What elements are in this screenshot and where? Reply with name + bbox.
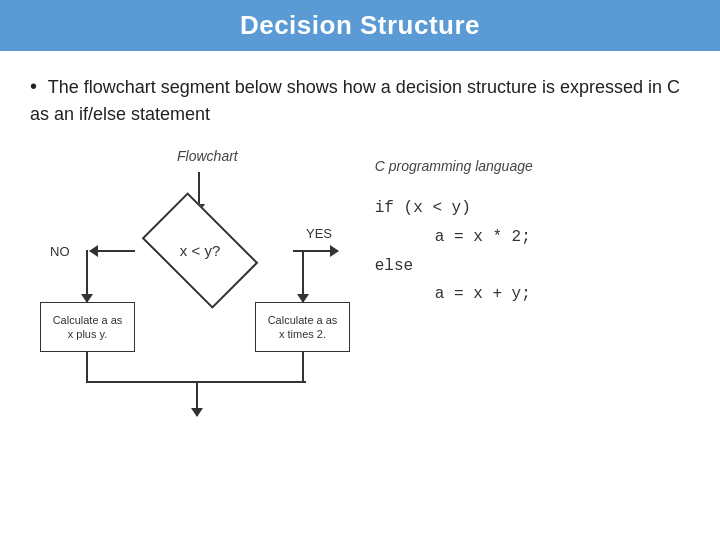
arrow-merge-down: [196, 381, 198, 416]
diamond-wrapper: x < y?: [130, 210, 270, 290]
flowchart-container: Flowchart x < y? NO YES: [40, 148, 375, 452]
bullet-paragraph: • The flowchart segment below shows how …: [30, 71, 690, 128]
page-title: Decision Structure: [240, 10, 480, 40]
code-line-2: a = x * 2;: [375, 223, 680, 252]
bullet-text: The flowchart segment below shows how a …: [30, 77, 680, 124]
diagram-section: Flowchart x < y? NO YES: [30, 148, 690, 452]
flowchart-label: Flowchart: [40, 148, 375, 164]
arrow-box-right-down: [302, 352, 304, 382]
arrow-down-left: [86, 250, 88, 302]
box-right: Calculate a asx times 2.: [255, 302, 350, 352]
box-left-text: Calculate a asx plus y.: [53, 313, 123, 342]
title-bar: Decision Structure: [0, 0, 720, 51]
code-block: if (x < y) a = x * 2; else a = x + y;: [375, 194, 680, 309]
code-label: C programming language: [375, 158, 680, 174]
no-label: NO: [50, 244, 70, 259]
code-line-1: if (x < y): [375, 194, 680, 223]
box-left: Calculate a asx plus y.: [40, 302, 135, 352]
bullet-symbol: •: [30, 75, 37, 97]
flowchart: x < y? NO YES Calculate a asx plus y.: [40, 172, 360, 452]
yes-label: YES: [306, 226, 332, 241]
code-line-3: else: [375, 252, 680, 281]
arrow-down-right: [302, 250, 304, 302]
arrow-left-horizontal: [90, 250, 135, 252]
arrow-right-horizontal: [293, 250, 338, 252]
main-content: • The flowchart segment below shows how …: [0, 51, 720, 462]
code-line-4: a = x + y;: [375, 280, 680, 309]
box-right-text: Calculate a asx times 2.: [268, 313, 338, 342]
arrow-box-left-down: [86, 352, 88, 382]
code-container: C programming language if (x < y) a = x …: [375, 148, 680, 309]
diamond-text: x < y?: [180, 242, 220, 259]
